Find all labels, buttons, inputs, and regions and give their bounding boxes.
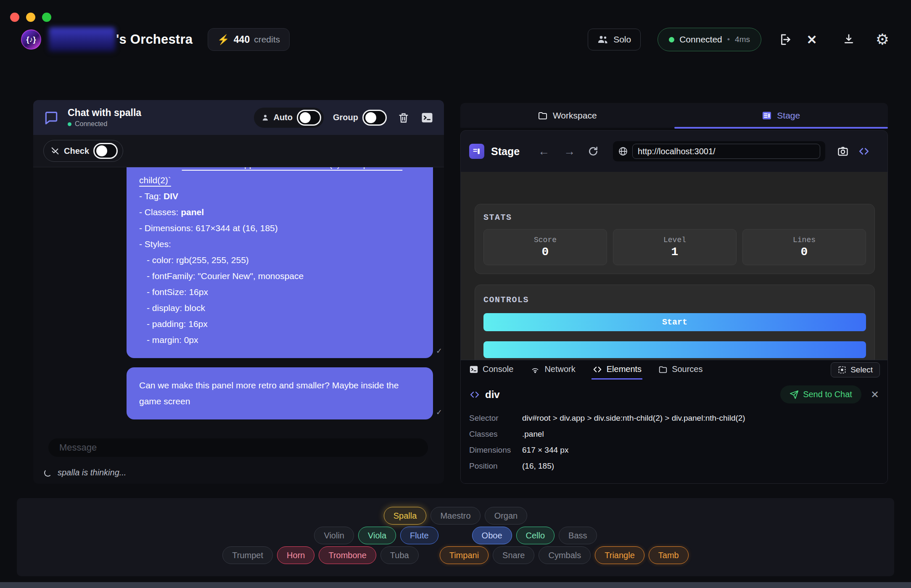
prop-value: div#root > div.app > div.side:nth-child(… [522, 414, 745, 423]
prop-label: Position [469, 461, 522, 471]
instrument-organ[interactable]: Organ [485, 507, 528, 525]
minimize-window-button[interactable] [26, 13, 35, 22]
instrument-violin[interactable]: Violin [314, 527, 354, 544]
prop-row: Selector div#root > div.app > div.side:n… [469, 414, 879, 430]
chat-status: Connected [75, 120, 107, 128]
instrument-trumpet[interactable]: Trumpet [222, 546, 273, 564]
stat-box-lines: Lines 0 [742, 229, 866, 265]
inspector-properties: Selector div#root > div.app > div.side:n… [469, 414, 879, 477]
forward-button[interactable]: → [564, 145, 575, 158]
prop-label: Dimensions [469, 446, 522, 455]
start-button[interactable]: Start [483, 313, 866, 331]
settings-button[interactable]: ⚙ [869, 29, 896, 50]
lightning-icon: ⚡ [217, 34, 230, 45]
dock-strip [0, 582, 911, 588]
tab-stage-label: Stage [777, 111, 800, 121]
instrument-maestro[interactable]: Maestro [430, 507, 480, 525]
message-input[interactable] [48, 438, 428, 457]
terminal-icon [420, 111, 434, 124]
stage-panel: Stage ← → [460, 130, 888, 484]
instrument-trombone[interactable]: Trombone [319, 546, 376, 564]
chat-panel: Chat with spalla Connected Auto Group [33, 100, 444, 484]
clear-chat-button[interactable] [398, 111, 409, 124]
instrument-viola[interactable]: Viola [358, 527, 396, 544]
group-toggle[interactable] [362, 110, 387, 126]
stage-viewport[interactable]: STATS Score 0 Level 1 Lines 0 CONTROLS S… [461, 172, 887, 360]
orchestra-row-2: Violin Viola Flute Oboe Cello Bass [314, 527, 597, 544]
send-to-chat-button[interactable]: Send to Chat [780, 385, 861, 403]
blurred-username [49, 27, 115, 52]
check-row: Check [33, 135, 444, 167]
check-toggle[interactable] [93, 143, 118, 159]
orchestra-row-3: Trumpet Horn Trombone Tuba Timpani Snare… [222, 546, 688, 564]
auto-toggle[interactable] [297, 110, 321, 126]
inspector-close-button[interactable]: ✕ [871, 389, 879, 401]
message-bubble: Can we make this panel more retro and sm… [127, 367, 433, 419]
close-session-button[interactable]: ✕ [798, 29, 825, 50]
select-label: Select [850, 365, 873, 374]
folder-icon [658, 365, 668, 374]
download-button[interactable] [835, 29, 862, 50]
instrument-cymbals[interactable]: Cymbals [539, 546, 591, 564]
instrument-tamb[interactable]: Tamb [649, 546, 689, 564]
orchestra-row-1: Spalla Maestro Organ [384, 507, 527, 525]
message-line: - Tag: DIV [139, 188, 420, 204]
orchestra-bar: Spalla Maestro Organ Violin Viola Flute … [17, 498, 894, 576]
inspected-node-tag: div [485, 389, 500, 401]
thinking-row: spalla is thinking... [44, 468, 444, 477]
tab-stage[interactable]: Stage [674, 103, 888, 128]
instrument-oboe[interactable]: Oboe [472, 527, 512, 544]
people-icon [597, 35, 608, 44]
instrument-cello[interactable]: Cello [516, 527, 555, 544]
instrument-spalla[interactable]: Spalla [384, 507, 427, 525]
message-line: - Styles: [139, 236, 420, 252]
instrument-bass[interactable]: Bass [559, 527, 597, 544]
messages-area[interactable]: - Selector: `div#root > div.app > div.si… [33, 167, 444, 429]
devtools-tabs: Console Network Elements [461, 360, 887, 380]
tab-elements[interactable]: Elements [591, 360, 642, 380]
message-bubble-wrap: - Selector: `div#root > div.app > div.si… [127, 167, 433, 358]
elements-icon [592, 365, 602, 374]
check-off-icon [50, 146, 60, 156]
stage-toolbar: Stage ← → [461, 131, 887, 172]
close-icon: ✕ [806, 32, 817, 47]
logout-button[interactable] [771, 29, 798, 50]
open-terminal-button[interactable] [420, 111, 434, 124]
instrument-horn[interactable]: Horn [277, 546, 314, 564]
solo-button[interactable]: Solo [588, 29, 641, 50]
message-line: - Dimensions: 617×344 at (16, 185) [139, 220, 420, 236]
instrument-timpani[interactable]: Timpani [440, 546, 489, 564]
refresh-button[interactable] [588, 146, 599, 157]
selector-code-link[interactable]: `div#root > div.app > div.side:nth-child… [139, 167, 402, 185]
trash-icon [398, 111, 409, 124]
view-code-button[interactable] [858, 146, 870, 157]
tab-sources-label: Sources [672, 364, 702, 374]
url-input[interactable] [632, 144, 820, 159]
stage-title: Stage [491, 145, 520, 158]
tab-console[interactable]: Console [468, 360, 514, 380]
tab-workspace[interactable]: Workspace [460, 103, 674, 128]
stats-card: STATS Score 0 Level 1 Lines 0 [475, 204, 875, 274]
code-icon [469, 390, 480, 400]
maximize-window-button[interactable] [42, 13, 51, 22]
back-button[interactable]: ← [538, 145, 549, 158]
select-element-button[interactable]: Select [831, 362, 880, 377]
tab-sources[interactable]: Sources [658, 360, 703, 380]
devtools-panel: Console Network Elements [461, 360, 887, 483]
message-delivered-check: ✓ [436, 346, 442, 356]
close-window-button[interactable] [10, 13, 19, 22]
instrument-snare[interactable]: Snare [493, 546, 534, 564]
instrument-triangle[interactable]: Triangle [595, 546, 644, 564]
instrument-flute[interactable]: Flute [400, 527, 438, 544]
thinking-text: spalla is thinking... [58, 468, 126, 477]
message-delivered-check: ✓ [436, 408, 442, 417]
url-bar [613, 141, 825, 161]
element-inspector: div Send to Chat ✕ Selector div#root > d… [461, 380, 887, 477]
stage-icon [469, 144, 484, 159]
secondary-control-button[interactable] [483, 341, 866, 358]
screenshot-button[interactable] [837, 145, 849, 157]
instrument-tuba[interactable]: Tuba [380, 546, 419, 564]
tab-network[interactable]: Network [529, 360, 576, 380]
tab-network-label: Network [544, 364, 575, 374]
tab-elements-label: Elements [607, 364, 642, 374]
